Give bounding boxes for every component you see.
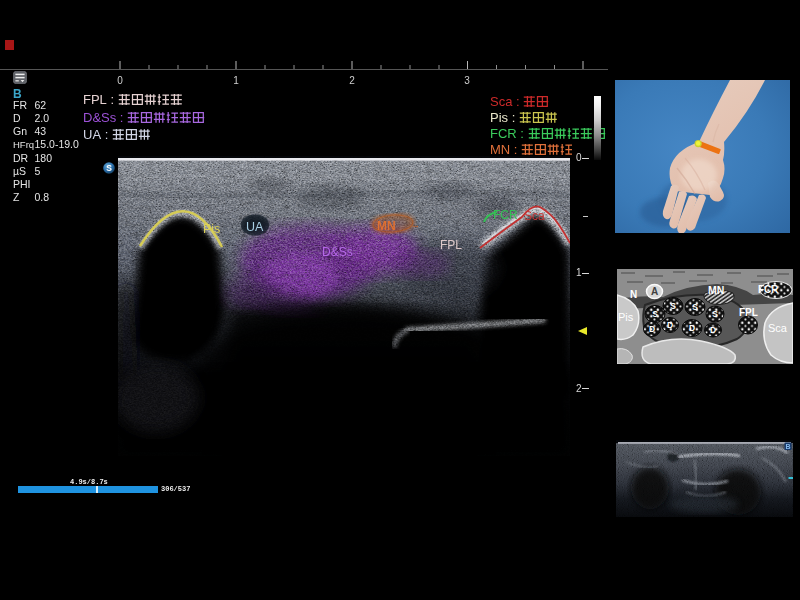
svg-text:Sca: Sca <box>524 209 545 223</box>
svg-text:S: S <box>712 309 718 319</box>
svg-text:MN: MN <box>377 219 396 233</box>
svg-text:D: D <box>649 324 655 334</box>
svg-text:B: B <box>785 443 790 450</box>
svg-text:FPL: FPL <box>739 307 758 318</box>
svg-text:Pis: Pis <box>203 222 220 236</box>
svg-text:A: A <box>651 286 658 297</box>
svg-text:S: S <box>692 302 698 312</box>
svg-text:MN: MN <box>708 284 724 296</box>
svg-text:UA: UA <box>246 220 264 234</box>
svg-text:→: → <box>411 220 420 230</box>
svg-text:S: S <box>652 309 658 319</box>
svg-text:S: S <box>106 163 112 173</box>
svg-text:D: D <box>689 323 695 333</box>
svg-text:FCR: FCR <box>758 284 779 295</box>
svg-text:D: D <box>710 325 716 335</box>
svg-text:S: S <box>670 301 676 311</box>
svg-text:Pis: Pis <box>618 311 634 323</box>
svg-text:D: D <box>667 320 673 330</box>
svg-text:D&Ss: D&Ss <box>322 245 353 259</box>
svg-text:Sca: Sca <box>768 322 788 334</box>
svg-text:FCR: FCR <box>493 208 518 222</box>
svg-text:FPL: FPL <box>440 238 462 252</box>
svg-text:N: N <box>630 289 637 300</box>
